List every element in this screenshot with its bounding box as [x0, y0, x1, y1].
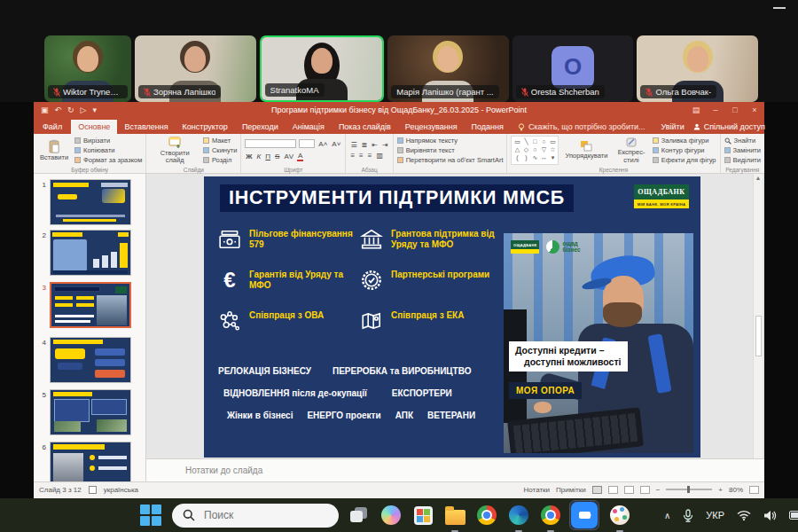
bullets-icon[interactable]: ☰: [349, 141, 357, 149]
category-tags[interactable]: РЕЛОКАЦІЯ БІЗНЕСУ ПЕРЕРОБКА та ВИРОБНИЦТ…: [218, 366, 511, 433]
participant-tile[interactable]: Марія Лапішко (гарант ...: [387, 35, 509, 102]
undo-icon[interactable]: ↶: [55, 106, 62, 114]
shape-icon[interactable]: ): [521, 153, 530, 161]
maximize-icon[interactable]: □: [725, 106, 745, 114]
tab-home[interactable]: Основне: [71, 120, 117, 134]
find-button[interactable]: Знайти: [724, 137, 761, 145]
slide-thumbnail-5[interactable]: 5: [39, 389, 131, 435]
shape-icon[interactable]: ▭: [548, 137, 557, 145]
zoom-slider[interactable]: [666, 489, 712, 490]
grow-font-icon[interactable]: A˄: [317, 140, 328, 148]
slide-thumbnail-2[interactable]: 2: [39, 230, 131, 276]
qat-customize-icon[interactable]: ▾: [93, 106, 98, 114]
chrome-button-2[interactable]: [539, 504, 562, 527]
shrink-font-icon[interactable]: A˅: [331, 140, 341, 148]
minimize-icon[interactable]: [773, 7, 786, 9]
notes-pane[interactable]: Нотатки до слайда: [146, 458, 764, 481]
close-icon[interactable]: ×: [745, 106, 764, 114]
tab-design[interactable]: Конструктор: [176, 120, 235, 134]
copy-button[interactable]: Копіювати: [74, 146, 142, 154]
redo-icon[interactable]: ↻: [67, 106, 74, 114]
outdent-icon[interactable]: ⇥: [381, 141, 389, 149]
microsoft-store-button[interactable]: [411, 504, 434, 527]
align-center-icon[interactable]: ≡: [358, 152, 364, 160]
language-indicator[interactable]: українська: [104, 486, 138, 494]
tab-animations[interactable]: Анімація: [286, 120, 332, 134]
shape-icon[interactable]: ∿: [530, 153, 539, 161]
zoom-level[interactable]: 80%: [729, 486, 743, 494]
shape-icon[interactable]: ▽: [539, 145, 548, 153]
item-partner-programs[interactable]: Партнерські програми: [360, 269, 502, 292]
slide-thumbnail-1[interactable]: 1: [39, 179, 131, 225]
fit-to-window-icon[interactable]: [749, 486, 759, 494]
align-text-button[interactable]: Вирівняти текст: [397, 146, 504, 154]
tell-me-box[interactable]: Скажіть, що потрібно зробити...: [511, 120, 653, 134]
tab-file[interactable]: Файл: [34, 120, 71, 134]
participant-tile-active-speaker[interactable]: StranatkoMA: [260, 35, 385, 102]
tray-chevron-up-icon[interactable]: ∧: [664, 511, 670, 520]
format-painter-button[interactable]: Формат за зразком: [74, 156, 142, 164]
start-button[interactable]: [140, 505, 161, 526]
cut-button[interactable]: Вирізати: [74, 137, 142, 145]
volume-icon[interactable]: [763, 510, 777, 521]
item-preferential-financing[interactable]: Пільгове фінансування 579: [218, 228, 360, 251]
shape-icon[interactable]: ↔: [539, 153, 548, 161]
minimize-icon[interactable]: –: [706, 106, 725, 114]
text-direction-button[interactable]: Напрямок тексту: [397, 137, 504, 145]
sign-in-button[interactable]: Увійти: [661, 122, 685, 131]
font-size-box[interactable]: [299, 139, 315, 148]
participant-tile[interactable]: Ольга Вовчак-: [637, 35, 758, 102]
new-slide-button[interactable]: Створити слайд: [150, 136, 200, 165]
search-input[interactable]: [202, 508, 309, 522]
quick-styles-button[interactable]: Експрес-стилі: [614, 136, 648, 165]
underline-button[interactable]: П: [264, 153, 271, 160]
microphone-icon[interactable]: [683, 509, 693, 522]
select-button[interactable]: Виділити: [724, 156, 761, 164]
reading-view-icon[interactable]: [624, 486, 634, 494]
scroll-up-icon[interactable]: ▲: [754, 175, 763, 181]
worker-photo[interactable]: ОЩАДБАНК ощадбізнес Доступні кредити –: [504, 233, 693, 453]
slideshow-view-icon[interactable]: [640, 486, 650, 494]
replace-button[interactable]: Замінити: [724, 146, 761, 154]
language-switcher[interactable]: УКР: [706, 510, 724, 520]
zoom-out-icon[interactable]: −: [656, 486, 661, 494]
participant-tile[interactable]: O Oresta Shcherban: [512, 35, 634, 102]
start-slideshow-icon[interactable]: ▷: [81, 106, 87, 114]
share-button[interactable]: Спільний доступ: [693, 122, 765, 131]
align-right-icon[interactable]: ≡: [367, 152, 373, 160]
chrome-button[interactable]: [475, 504, 498, 527]
slide-title[interactable]: ІНСТРУМЕНТИ ПІДТРИМКИ ММСБ: [220, 184, 574, 212]
font-color-button[interactable]: А: [297, 152, 303, 161]
tab-transitions[interactable]: Переходи: [235, 120, 286, 134]
numbering-icon[interactable]: ≣: [361, 141, 369, 149]
shape-icon[interactable]: ▾: [548, 153, 557, 161]
battery-icon[interactable]: [789, 511, 798, 520]
slide-sorter-view-icon[interactable]: [608, 486, 618, 494]
slide-thumbnail-6[interactable]: 6: [39, 442, 131, 481]
zoom-in-icon[interactable]: +: [718, 486, 723, 494]
edge-button[interactable]: [507, 504, 530, 527]
indent-icon[interactable]: ⇤: [371, 141, 379, 149]
participant-tile[interactable]: Зоряна Лапішко: [135, 35, 256, 102]
bold-button[interactable]: Ж: [245, 153, 253, 160]
spellcheck-icon[interactable]: [89, 486, 97, 494]
shape-icon[interactable]: (: [512, 153, 521, 161]
character-spacing-button[interactable]: АV: [283, 153, 294, 160]
normal-view-icon[interactable]: [592, 486, 602, 494]
comments-toggle[interactable]: Примітки: [556, 486, 586, 494]
smartart-button[interactable]: Перетворити на об'єкт SmartArt: [397, 156, 504, 164]
shape-effects-button[interactable]: Ефекти для фігур: [653, 156, 716, 164]
paste-button[interactable]: Вставити: [37, 136, 71, 165]
shape-fill-button[interactable]: Заливка фігури: [653, 137, 716, 145]
shape-icon[interactable]: □: [530, 137, 539, 145]
shape-icon[interactable]: △: [512, 145, 521, 153]
paint-button[interactable]: [608, 504, 631, 527]
shape-icon[interactable]: ▭: [512, 137, 521, 145]
item-guarantee[interactable]: € Гарантія від Уряду та МФО: [218, 269, 360, 292]
tab-review[interactable]: Рецензування: [398, 120, 465, 134]
wifi-icon[interactable]: [737, 510, 751, 520]
arrange-button[interactable]: Упорядкувати: [562, 136, 610, 165]
copilot-button[interactable]: [379, 504, 403, 527]
item-grant-support[interactable]: Грантова підтримка від Уряду та МФО: [360, 228, 502, 251]
zoom-slider-knob[interactable]: [687, 486, 690, 493]
